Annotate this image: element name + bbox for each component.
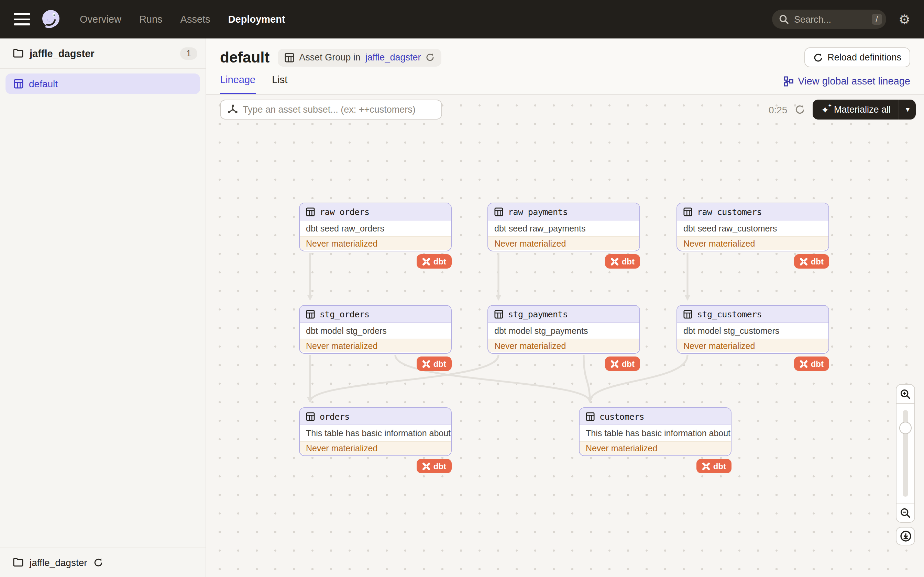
asset-status-never-materialized: Never materialized	[677, 338, 829, 352]
search-input[interactable]: Search... /	[772, 10, 886, 29]
refresh-timer: 0:25	[769, 104, 788, 115]
asset-name: stg_customers	[697, 309, 762, 319]
nav-item-deployment[interactable]: Deployment	[228, 14, 285, 25]
lineage-graph-icon	[783, 76, 793, 86]
top-nav: OverviewRunsAssetsDeployment Search... /…	[0, 0, 924, 39]
zoom-slider[interactable]	[897, 403, 914, 503]
asset-status-never-materialized: Never materialized	[300, 236, 451, 250]
table-icon	[494, 309, 503, 318]
zoom-slider-handle[interactable]	[899, 422, 912, 434]
nav-item-runs[interactable]: Runs	[139, 14, 163, 25]
settings-gear-icon[interactable]: ⚙	[898, 13, 910, 26]
dbt-logo-icon	[422, 257, 431, 266]
tab-list[interactable]: List	[272, 74, 288, 94]
dbt-logo-icon	[611, 359, 619, 368]
table-icon	[306, 309, 315, 318]
table-icon	[306, 207, 315, 216]
asset-status-never-materialized: Never materialized	[300, 338, 451, 352]
dbt-badge: dbt	[417, 254, 452, 269]
asset-group-badge: Asset Group in jaffle_dagster	[278, 48, 441, 66]
page-title: default	[220, 48, 270, 66]
lineage-canvas[interactable]: raw_ordersdbt seed raw_ordersNever mater…	[206, 95, 924, 577]
materialize-all-button[interactable]: ✦✦ Materialize all ▾	[813, 100, 916, 119]
zoom-in-button[interactable]	[897, 385, 914, 403]
search-shortcut-key: /	[871, 14, 882, 25]
zoom-out-button[interactable]	[897, 503, 914, 522]
dbt-logo-icon	[702, 462, 711, 470]
asset-group-badge-text: Asset Group in	[299, 52, 360, 63]
asset-group-badge-link[interactable]: jaffle_dagster	[365, 52, 421, 63]
zoom-panel	[896, 384, 915, 523]
dbt-badge: dbt	[417, 356, 452, 371]
asset-node-raw_orders[interactable]: raw_ordersdbt seed raw_ordersNever mater…	[299, 203, 452, 251]
asset-subset-input[interactable]: Type an asset subset... (ex: ++customers…	[220, 100, 442, 119]
sidebar-item-label: default	[29, 78, 58, 89]
dbt-logo-icon	[422, 359, 431, 368]
dbt-logo-icon	[800, 359, 808, 368]
dagster-logo[interactable]	[40, 8, 62, 30]
table-icon	[14, 79, 23, 89]
asset-name: stg_payments	[508, 309, 567, 319]
refresh-icon[interactable]	[94, 558, 103, 567]
sidebar-project-jaffle-dagster[interactable]: jaffle_dagster 1	[0, 39, 205, 69]
edge-stg_payments-to-orders	[310, 355, 498, 402]
materialize-dropdown-caret[interactable]: ▾	[899, 100, 916, 119]
asset-description: dbt model stg_payments	[488, 323, 640, 338]
asset-description: dbt model stg_orders	[300, 323, 451, 338]
asset-node-orders[interactable]: ordersThis table has basic information a…	[299, 407, 452, 456]
dbt-badge-label: dbt	[622, 256, 635, 266]
nav-item-overview[interactable]: Overview	[80, 14, 121, 25]
asset-description: dbt seed raw_orders	[300, 221, 451, 236]
asset-node-header: raw_payments	[488, 203, 640, 221]
tab-lineage[interactable]: Lineage	[220, 74, 255, 94]
asset-status-never-materialized: Never materialized	[488, 338, 640, 352]
folder-icon	[13, 558, 23, 567]
asset-name: stg_orders	[320, 309, 370, 319]
hamburger-menu-icon[interactable]	[14, 13, 30, 26]
asset-description: dbt seed raw_payments	[488, 221, 640, 236]
asset-description: This table has basic information about .…	[300, 425, 451, 441]
nav-items: OverviewRunsAssetsDeployment	[80, 14, 285, 25]
dbt-badge: dbt	[605, 254, 640, 269]
asset-status-never-materialized: Never materialized	[488, 236, 640, 250]
asset-node-raw_payments[interactable]: raw_paymentsdbt seed raw_paymentsNever m…	[488, 203, 640, 251]
asset-node-header: stg_payments	[488, 306, 640, 323]
refresh-icon	[813, 53, 822, 62]
refresh-icon[interactable]	[795, 105, 805, 115]
sidebar: jaffle_dagster 1 default jaffle_dagster	[0, 39, 206, 577]
reload-definitions-button[interactable]: Reload definitions	[804, 47, 910, 67]
nav-item-assets[interactable]: Assets	[181, 14, 210, 25]
asset-node-stg_customers[interactable]: stg_customersdbt model stg_customersNeve…	[677, 305, 829, 354]
sidebar-item-default[interactable]: default	[5, 74, 200, 94]
asset-graph-icon	[228, 105, 238, 115]
asset-node-header: orders	[300, 408, 451, 425]
zoom-in-icon	[900, 388, 911, 400]
sidebar-footer-label: jaffle_dagster	[29, 557, 87, 568]
view-global-asset-lineage-link[interactable]: View global asset lineage	[783, 76, 910, 94]
folder-icon	[13, 49, 23, 58]
table-icon	[683, 309, 692, 318]
asset-node-raw_customers[interactable]: raw_customersdbt seed raw_customersNever…	[677, 203, 829, 251]
asset-description: dbt model stg_customers	[677, 323, 829, 338]
asset-description: This table has basic information about .…	[580, 425, 731, 441]
tabs: LineageList	[220, 74, 288, 94]
asset-status-never-materialized: Never materialized	[580, 441, 731, 455]
asset-name: raw_payments	[508, 206, 567, 217]
table-icon	[284, 53, 294, 62]
dbt-badge: dbt	[697, 459, 732, 473]
asset-node-stg_orders[interactable]: stg_ordersdbt model stg_ordersNever mate…	[299, 305, 452, 354]
download-image-button[interactable]	[896, 527, 915, 545]
search-placeholder: Search...	[794, 14, 866, 24]
search-icon	[779, 15, 788, 24]
asset-node-customers[interactable]: customersThis table has basic informatio…	[579, 407, 732, 456]
refresh-icon[interactable]	[426, 53, 435, 62]
dbt-badge-label: dbt	[433, 359, 446, 369]
edge-stg_payments-to-customers	[584, 355, 590, 402]
asset-status-never-materialized: Never materialized	[677, 236, 829, 250]
asset-node-stg_payments[interactable]: stg_paymentsdbt model stg_paymentsNever …	[488, 305, 640, 354]
zoom-out-icon	[900, 507, 911, 518]
sparkle-icon: ✦✦	[821, 105, 829, 114]
dbt-logo-icon	[422, 462, 431, 470]
dbt-badge: dbt	[605, 356, 640, 371]
asset-node-header: stg_orders	[300, 306, 451, 323]
